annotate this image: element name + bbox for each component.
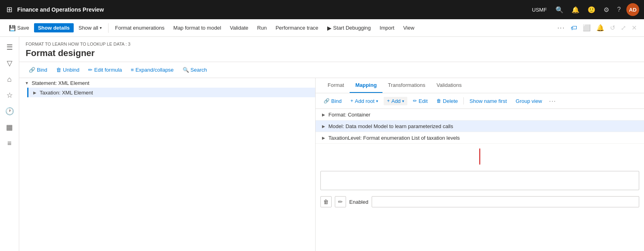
mapping-separator-1 bbox=[463, 97, 464, 104]
cmd-separator-1 bbox=[108, 23, 109, 33]
formula-input[interactable] bbox=[320, 171, 639, 190]
ds-item-format-container[interactable]: ▶ Format: Container bbox=[316, 109, 644, 120]
group-view-button[interactable]: Group view bbox=[513, 97, 545, 105]
add-root-plus-icon: + bbox=[350, 98, 353, 104]
view-button[interactable]: View bbox=[399, 23, 419, 32]
panel-icon[interactable]: ⬜ bbox=[580, 22, 593, 33]
start-debugging-button[interactable]: ▶ Start Debugging bbox=[323, 23, 375, 33]
show-name-first-button[interactable]: Show name first bbox=[466, 97, 510, 105]
trash-icon: 🗑 bbox=[56, 67, 61, 73]
enabled-edit-button[interactable]: ✏ bbox=[335, 196, 346, 207]
mapping-bind-button[interactable]: 🔗 Bind bbox=[320, 97, 345, 105]
mapping-more-icon[interactable]: ··· bbox=[547, 96, 558, 105]
mapping-tabs: Format Mapping Transformations Validatio… bbox=[316, 78, 644, 93]
tab-validations[interactable]: Validations bbox=[431, 78, 467, 93]
close-icon[interactable]: ✕ bbox=[629, 22, 639, 33]
format-tree-panel: ▼ Statement: XML Element ▶ Taxation: XML… bbox=[19, 78, 316, 251]
app-grid-icon[interactable]: ⊞ bbox=[5, 4, 14, 16]
search-button[interactable]: 🔍 Search bbox=[179, 65, 210, 74]
ds-label-format-container: Format: Container bbox=[328, 112, 370, 118]
add-button[interactable]: + Add ▾ bbox=[384, 97, 407, 105]
ds-item-model-data[interactable]: ▶ Model: Data model Model to learn param… bbox=[316, 120, 644, 132]
map-format-to-model-button[interactable]: Map format to model bbox=[169, 23, 225, 32]
content-area: FORMAT TO LEARN HOW TO LOOKUP LE DATA : … bbox=[19, 37, 644, 251]
expand-collapse-icon: ≡ bbox=[131, 67, 134, 73]
modules-icon[interactable]: ≡ bbox=[2, 136, 17, 151]
more-options-icon[interactable]: ··· bbox=[555, 23, 568, 33]
mapping-toolbar: 🔗 Bind + Add root ▾ + Add ▾ ✏ bbox=[316, 93, 644, 109]
notification-count-icon[interactable]: 🔔 bbox=[594, 22, 607, 33]
two-panel: ▼ Statement: XML Element ▶ Taxation: XML… bbox=[19, 78, 644, 251]
ds-label-taxation-level: TaxationLevel: Format enumeration List o… bbox=[328, 135, 460, 141]
settings-icon[interactable]: ⚙ bbox=[601, 4, 612, 15]
format-enumerations-button[interactable]: Format enumerations bbox=[111, 23, 169, 32]
link-icon: 🔗 bbox=[29, 67, 35, 73]
refresh-icon[interactable]: ↺ bbox=[608, 22, 618, 33]
expand-icon[interactable]: ⤢ bbox=[618, 22, 628, 33]
help-icon[interactable]: ? bbox=[615, 4, 623, 15]
ds-expand-format[interactable]: ▶ bbox=[320, 111, 327, 118]
ds-expand-model[interactable]: ▶ bbox=[320, 123, 327, 129]
search-icon[interactable]: 🔍 bbox=[553, 4, 566, 15]
tab-mapping[interactable]: Mapping bbox=[350, 78, 382, 93]
save-icon: 💾 bbox=[9, 25, 16, 31]
edit-mapping-icon: ✏ bbox=[413, 98, 417, 104]
bell-icon[interactable]: 🔔 bbox=[569, 4, 582, 15]
enabled-label: Enabled bbox=[349, 199, 368, 205]
tab-format[interactable]: Format bbox=[322, 78, 350, 93]
ds-item-taxation-level[interactable]: ▶ TaxationLevel: Format enumeration List… bbox=[316, 132, 644, 144]
save-button[interactable]: 💾 Save bbox=[5, 23, 33, 33]
favorites-icon[interactable]: ☆ bbox=[2, 88, 17, 102]
workspaces-icon[interactable]: ▦ bbox=[2, 120, 17, 135]
performance-trace-button[interactable]: Performance trace bbox=[272, 23, 322, 32]
breadcrumb: FORMAT TO LEARN HOW TO LOOKUP LE DATA : … bbox=[26, 42, 638, 46]
recent-icon[interactable]: 🕐 bbox=[2, 104, 17, 118]
smiley-icon[interactable]: 🙂 bbox=[585, 4, 598, 15]
user-label: USMF bbox=[532, 7, 547, 13]
main-area: ☰ ▽ ⌂ ☆ 🕐 ▦ ≡ FORMAT TO LEARN HOW TO LOO… bbox=[0, 37, 644, 251]
collapse-icon-statement[interactable]: ▼ bbox=[24, 80, 30, 86]
validate-button[interactable]: Validate bbox=[226, 23, 252, 32]
delete-mapping-button[interactable]: 🗑 Delete bbox=[433, 97, 461, 105]
add-plus-icon: + bbox=[387, 98, 390, 104]
tree-item-statement[interactable]: ▼ Statement: XML Element bbox=[19, 78, 315, 88]
add-root-dropdown-icon: ▾ bbox=[376, 99, 378, 103]
enabled-input[interactable] bbox=[372, 196, 639, 207]
hamburger-icon[interactable]: ☰ bbox=[2, 40, 17, 54]
home-icon[interactable]: ⌂ bbox=[2, 72, 17, 86]
app-title: Finance and Operations Preview bbox=[17, 6, 104, 13]
import-button[interactable]: Import bbox=[376, 23, 398, 32]
edit-formula-button[interactable]: ✏ Edit formula bbox=[85, 65, 125, 74]
ds-expand-taxation[interactable]: ▶ bbox=[320, 135, 327, 141]
delete-mapping-icon: 🗑 bbox=[437, 98, 441, 104]
show-details-button[interactable]: Show details bbox=[34, 23, 74, 32]
bookmark-icon[interactable]: 🏷 bbox=[568, 23, 580, 33]
bottom-formula-section bbox=[316, 168, 644, 195]
tree-item-taxation-label: Taxation: XML Element bbox=[40, 90, 93, 96]
bind-button[interactable]: 🔗 Bind bbox=[26, 65, 50, 74]
avatar[interactable]: AD bbox=[626, 3, 639, 16]
expand-icon-taxation[interactable]: ▶ bbox=[32, 89, 38, 96]
data-sources-list: ▶ Format: Container ▶ Model: Data model … bbox=[316, 109, 644, 144]
ds-label-model-data: Model: Data model Model to learn paramet… bbox=[328, 123, 453, 129]
filter-icon[interactable]: ▽ bbox=[2, 56, 17, 70]
enabled-section: 🗑 ✏ Enabled bbox=[316, 195, 644, 211]
page-header: FORMAT TO LEARN HOW TO LOOKUP LE DATA : … bbox=[19, 37, 644, 62]
mapping-link-icon: 🔗 bbox=[324, 98, 330, 104]
command-bar: 💾 Save Show details Show all ▾ Format en… bbox=[0, 19, 644, 37]
add-root-button[interactable]: + Add root ▾ bbox=[347, 97, 381, 105]
tree-item-taxation[interactable]: ▶ Taxation: XML Element bbox=[27, 88, 315, 97]
edit-mapping-button[interactable]: ✏ Edit bbox=[410, 97, 431, 105]
tab-transformations[interactable]: Transformations bbox=[382, 78, 431, 93]
enabled-delete-button[interactable]: 🗑 bbox=[320, 196, 332, 207]
mapping-panel: Format Mapping Transformations Validatio… bbox=[316, 78, 644, 251]
pencil-icon: ✏ bbox=[88, 67, 93, 73]
search-format-icon: 🔍 bbox=[183, 67, 189, 73]
tree-item-statement-label: Statement: XML Element bbox=[32, 80, 89, 86]
format-toolbar: 🔗 Bind 🗑 Unbind ✏ Edit formula ≡ Expand/… bbox=[19, 62, 644, 78]
show-all-button[interactable]: Show all ▾ bbox=[74, 23, 106, 32]
unbind-button[interactable]: 🗑 Unbind bbox=[53, 65, 83, 74]
run-button[interactable]: Run bbox=[253, 23, 271, 32]
expand-collapse-button[interactable]: ≡ Expand/collapse bbox=[128, 65, 177, 74]
page-title: Format designer bbox=[26, 48, 638, 58]
